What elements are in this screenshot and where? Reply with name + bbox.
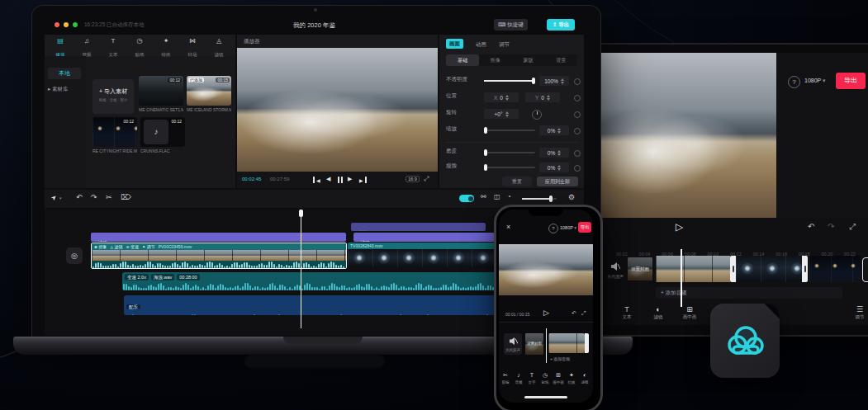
media-item-1[interactable]: 00:12 (139, 76, 183, 106)
split-button[interactable]: ✂ (106, 193, 112, 201)
smooth-slider[interactable] (484, 152, 535, 153)
scale-slider[interactable] (484, 130, 535, 131)
slim-value[interactable]: 0% (539, 163, 569, 172)
link-toggle-icon[interactable]: ⚯ (481, 193, 486, 200)
tablet-play-button[interactable]: ▷ (676, 221, 683, 233)
tablet-clip-3[interactable] (809, 256, 861, 282)
phone-help-button[interactable]: ? (548, 224, 558, 233)
stepper-icon[interactable] (561, 78, 564, 84)
stepper-icon[interactable] (557, 165, 561, 171)
inspector-tab-animation[interactable]: 动画 (476, 41, 486, 49)
opacity-value[interactable]: 100% (539, 76, 569, 86)
tablet-help-button[interactable]: ? (788, 76, 800, 88)
scale-value[interactable]: 0% (539, 125, 569, 135)
tab-effects[interactable]: ✦特效 (155, 37, 177, 59)
tablet-redo-button[interactable]: ↷ (828, 222, 834, 231)
phone-mute-original-button[interactable]: 关闭原声 (504, 333, 522, 355)
next-frame-button[interactable]: ▶ (348, 176, 352, 182)
phone-filmstrip-clip[interactable] (548, 333, 585, 353)
tablet-undo-button[interactable]: ↶ (808, 222, 814, 231)
stepper-icon[interactable] (505, 111, 509, 117)
reset-icon[interactable] (574, 111, 581, 118)
player-video[interactable] (237, 48, 438, 172)
player-fullscreen-button[interactable]: ⤢ (424, 175, 429, 183)
cloud-draft-tile[interactable] (710, 304, 780, 378)
phone-play-button[interactable]: ▷ (543, 309, 549, 317)
inspector-tab-adjust[interactable]: 调节 (499, 41, 510, 49)
tablet-resolution-dropdown[interactable]: 1080P ▾ (804, 78, 826, 84)
music-clip[interactable]: 配乐 (124, 295, 539, 315)
tablet-fullscreen-button[interactable]: ⤢ (849, 222, 856, 232)
smooth-value[interactable]: 0% (539, 148, 569, 158)
timeline-settings-gear-icon[interactable]: ⚙ (568, 193, 575, 201)
phone-tool-audio[interactable]: ♪音频 (512, 371, 525, 384)
tablet-export-button[interactable]: 导出 (836, 73, 866, 89)
import-material-card[interactable]: + 导入素材 视频 · 音频 · 图片 (92, 79, 134, 114)
phone-cover-thumbnail[interactable]: 设置封面 (525, 333, 543, 355)
reset-icon[interactable] (574, 150, 581, 157)
timer-icon[interactable]: ◔ (507, 193, 511, 200)
redo-button[interactable]: ↷ (91, 193, 97, 201)
rotation-field[interactable]: +0° (484, 109, 519, 119)
subtab-mask[interactable]: 蒙版 (512, 54, 545, 66)
subtab-cutout[interactable]: 抠像 (479, 54, 512, 66)
track-cover-button[interactable]: ◎ (66, 247, 83, 264)
tab-filters[interactable]: ◬滤镜 (208, 37, 230, 59)
export-button[interactable]: ↥ 导出 (547, 19, 575, 31)
tablet-trim-handle-left[interactable] (730, 256, 736, 282)
tab-text[interactable]: T文本 (102, 37, 124, 59)
phone-resolution-dropdown[interactable]: 1080P ▾ (560, 225, 576, 230)
phone-tool-text[interactable]: T文字 (525, 371, 538, 384)
phone-playhead[interactable] (546, 328, 547, 363)
audio-clip[interactable]: 变速 2.0x 海浪.wav 00:28:00 (122, 272, 539, 290)
stepper-icon[interactable] (547, 95, 550, 101)
previous-clip-button[interactable]: ◀ (313, 177, 320, 183)
media-item-4-audio[interactable]: ♪ 00:12 (140, 117, 185, 147)
stepper-icon[interactable] (557, 150, 561, 156)
phone-fullscreen-button[interactable]: ⤢ (581, 310, 586, 317)
tablet-mute-original-button[interactable]: 关闭原声 (606, 259, 624, 279)
sidebar-item-local[interactable]: 本地 (48, 68, 81, 79)
reset-icon[interactable] (574, 165, 581, 172)
reset-button[interactable]: 重置 (502, 177, 532, 186)
phone-video-preview[interactable] (499, 244, 593, 295)
phone-close-button[interactable]: × (506, 223, 510, 231)
filter-track-segment-1[interactable]: ◬ 滤镜 (91, 233, 346, 242)
tablet-tool-pip[interactable]: ⊞画中画 (676, 305, 704, 320)
apply-to-all-button[interactable]: 应用到全部 (537, 177, 578, 186)
position-x-field[interactable]: X0 (484, 92, 519, 102)
reset-icon[interactable] (574, 78, 581, 85)
stepper-icon[interactable] (557, 128, 561, 134)
tablet-tool-adjust[interactable]: ☰调节 (846, 305, 868, 320)
subtab-background[interactable]: 背景 (544, 54, 577, 66)
phone-tool-sticker[interactable]: ◷贴纸 (538, 371, 552, 384)
slim-slider[interactable] (484, 167, 535, 168)
phone-export-button[interactable]: 导出 (578, 222, 591, 233)
phone-tool-effects[interactable]: ✦特效 (565, 371, 578, 384)
tablet-trim-handle-right[interactable] (802, 256, 808, 282)
preview-axis-icon[interactable]: ◫ (494, 193, 500, 200)
select-tool-caret-icon[interactable]: ▾ (59, 196, 62, 200)
aspect-ratio-button[interactable]: 16:9 (406, 176, 420, 182)
snap-toggle[interactable] (459, 195, 474, 202)
reset-icon[interactable] (574, 95, 581, 101)
stepper-icon[interactable] (505, 95, 509, 101)
tablet-playhead[interactable] (681, 249, 682, 307)
phone-trim-handle-right[interactable] (585, 333, 589, 353)
tablet-add-audio-bar[interactable]: + 添加音频 (656, 287, 842, 299)
phone-add-audio-button[interactable]: + 添加音频 (550, 356, 570, 361)
tablet-tool-text[interactable]: T文本 (613, 305, 641, 320)
sidebar-item-library[interactable]: ▸ 素材库 (48, 86, 69, 93)
phone-tool-edit[interactable]: ✂剪辑 (499, 371, 512, 384)
media-item-2[interactable]: 已添加 00:15 (187, 76, 231, 106)
subtab-basic[interactable]: 基础 (446, 54, 479, 66)
tablet-clip-2-selected[interactable] (736, 256, 802, 282)
tablet-clip-1[interactable] (656, 256, 730, 282)
effect-track-segment[interactable]: ✦ 特效 (351, 223, 486, 231)
select-tool-button[interactable]: ➤ (50, 193, 59, 202)
tablet-add-clip-button[interactable]: + (862, 257, 868, 282)
reset-icon[interactable] (574, 128, 581, 134)
phone-undo-button[interactable]: ↶ (572, 310, 576, 317)
timeline-ruler[interactable]: 00:0500:1000:1500:2000:2500:3000:3500:40… (78, 211, 541, 219)
shortcuts-button[interactable]: ⌨ 快捷键 (494, 19, 528, 31)
